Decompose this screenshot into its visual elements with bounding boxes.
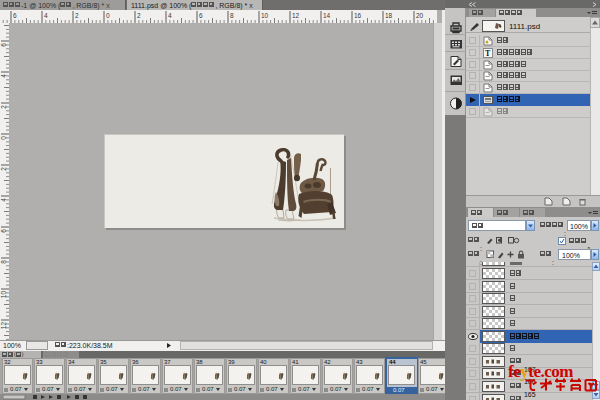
svg-text:6: 6: [0, 43, 7, 47]
svg-text:0: 0: [0, 136, 7, 140]
svg-text:8: 8: [0, 260, 7, 264]
svg-text:10: 10: [0, 291, 7, 299]
svg-text:20: 20: [416, 12, 424, 19]
svg-text:T: T: [485, 49, 491, 58]
svg-text:4: 4: [44, 12, 48, 19]
svg-text:8: 8: [230, 12, 234, 19]
svg-text:16: 16: [354, 12, 362, 19]
svg-text:6: 6: [199, 12, 203, 19]
svg-text:14: 14: [323, 12, 331, 19]
svg-text:6: 6: [0, 229, 7, 233]
svg-text:2: 2: [137, 12, 141, 19]
svg-text:10: 10: [261, 12, 269, 19]
svg-text:12: 12: [292, 12, 300, 19]
svg-text:2: 2: [0, 105, 7, 109]
svg-text:4: 4: [168, 12, 172, 19]
svg-text:18: 18: [385, 12, 393, 19]
svg-text:2: 2: [75, 12, 79, 19]
svg-text:0: 0: [106, 12, 110, 19]
svg-text:12: 12: [0, 322, 7, 330]
svg-text:2: 2: [0, 167, 7, 171]
svg-text:4: 4: [0, 198, 7, 202]
svg-text:4: 4: [0, 74, 7, 78]
svg-text:6: 6: [13, 12, 17, 19]
